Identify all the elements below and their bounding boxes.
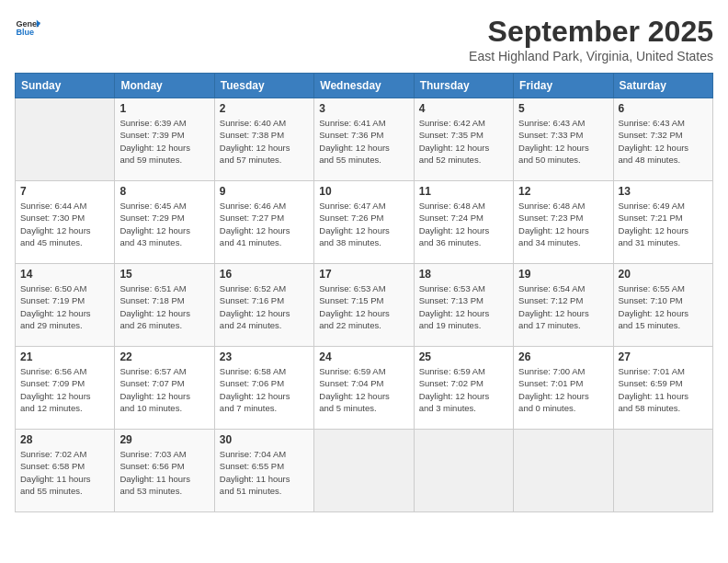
day-info: Sunrise: 6:48 AM Sunset: 7:24 PM Dayligh… bbox=[419, 200, 508, 248]
calendar-day-cell: 13Sunrise: 6:49 AM Sunset: 7:21 PM Dayli… bbox=[613, 181, 712, 264]
day-info: Sunrise: 6:55 AM Sunset: 7:10 PM Dayligh… bbox=[619, 282, 708, 331]
calendar-day-cell: 10Sunrise: 6:47 AM Sunset: 7:26 PM Dayli… bbox=[314, 181, 414, 264]
calendar-day-cell: 18Sunrise: 6:53 AM Sunset: 7:13 PM Dayli… bbox=[414, 264, 513, 347]
calendar-day-cell bbox=[613, 430, 712, 512]
logo-icon: General Blue bbox=[15, 15, 40, 40]
calendar-day-cell: 26Sunrise: 7:00 AM Sunset: 7:01 PM Dayli… bbox=[514, 347, 613, 430]
day-number: 14 bbox=[20, 268, 109, 281]
day-number: 16 bbox=[220, 268, 309, 281]
day-number: 25 bbox=[419, 350, 508, 363]
day-number: 18 bbox=[419, 268, 508, 281]
day-info: Sunrise: 7:01 AM Sunset: 6:59 PM Dayligh… bbox=[619, 365, 708, 414]
day-number: 4 bbox=[419, 102, 508, 115]
day-info: Sunrise: 6:59 AM Sunset: 7:02 PM Dayligh… bbox=[419, 365, 508, 414]
day-info: Sunrise: 6:44 AM Sunset: 7:30 PM Dayligh… bbox=[20, 200, 109, 248]
weekday-header: Saturday bbox=[613, 74, 712, 98]
calendar-day-cell: 30Sunrise: 7:04 AM Sunset: 6:55 PM Dayli… bbox=[214, 430, 313, 512]
calendar-day-cell: 24Sunrise: 6:59 AM Sunset: 7:04 PM Dayli… bbox=[314, 347, 414, 430]
calendar-day-cell: 29Sunrise: 7:03 AM Sunset: 6:56 PM Dayli… bbox=[115, 430, 214, 512]
calendar-day-cell: 5Sunrise: 6:43 AM Sunset: 7:33 PM Daylig… bbox=[514, 98, 613, 181]
calendar-week-row: 28Sunrise: 7:02 AM Sunset: 6:58 PM Dayli… bbox=[16, 430, 713, 512]
day-number: 30 bbox=[220, 433, 309, 446]
day-info: Sunrise: 6:49 AM Sunset: 7:21 PM Dayligh… bbox=[619, 200, 708, 248]
day-info: Sunrise: 6:59 AM Sunset: 7:04 PM Dayligh… bbox=[319, 365, 408, 414]
calendar-table: SundayMondayTuesdayWednesdayThursdayFrid… bbox=[15, 73, 713, 512]
day-number: 11 bbox=[419, 185, 508, 198]
svg-text:Blue: Blue bbox=[16, 28, 34, 37]
calendar-day-cell: 4Sunrise: 6:42 AM Sunset: 7:35 PM Daylig… bbox=[414, 98, 513, 181]
calendar-day-cell: 7Sunrise: 6:44 AM Sunset: 7:30 PM Daylig… bbox=[16, 181, 115, 264]
day-info: Sunrise: 6:50 AM Sunset: 7:19 PM Dayligh… bbox=[20, 282, 109, 331]
day-info: Sunrise: 7:00 AM Sunset: 7:01 PM Dayligh… bbox=[518, 365, 608, 414]
calendar-day-cell: 23Sunrise: 6:58 AM Sunset: 7:06 PM Dayli… bbox=[214, 347, 313, 430]
day-info: Sunrise: 6:43 AM Sunset: 7:33 PM Dayligh… bbox=[518, 117, 608, 166]
day-number: 6 bbox=[619, 102, 708, 115]
calendar-body: 1Sunrise: 6:39 AM Sunset: 7:39 PM Daylig… bbox=[16, 98, 713, 512]
day-number: 12 bbox=[518, 185, 608, 198]
day-number: 7 bbox=[20, 185, 109, 198]
calendar-day-cell: 14Sunrise: 6:50 AM Sunset: 7:19 PM Dayli… bbox=[16, 264, 115, 347]
weekday-header: Tuesday bbox=[214, 74, 313, 98]
calendar-day-cell: 2Sunrise: 6:40 AM Sunset: 7:38 PM Daylig… bbox=[214, 98, 313, 181]
day-info: Sunrise: 6:58 AM Sunset: 7:06 PM Dayligh… bbox=[220, 365, 309, 414]
calendar-title: September 2025 bbox=[469, 15, 713, 49]
day-number: 26 bbox=[518, 350, 608, 363]
calendar-day-cell: 20Sunrise: 6:55 AM Sunset: 7:10 PM Dayli… bbox=[613, 264, 712, 347]
day-number: 1 bbox=[119, 102, 209, 115]
calendar-day-cell bbox=[16, 98, 115, 181]
day-number: 5 bbox=[518, 102, 608, 115]
day-number: 29 bbox=[119, 433, 209, 446]
calendar-day-cell: 25Sunrise: 6:59 AM Sunset: 7:02 PM Dayli… bbox=[414, 347, 513, 430]
calendar-header: SundayMondayTuesdayWednesdayThursdayFrid… bbox=[16, 74, 713, 98]
day-number: 2 bbox=[220, 102, 309, 115]
day-info: Sunrise: 7:04 AM Sunset: 6:55 PM Dayligh… bbox=[220, 448, 309, 497]
day-number: 22 bbox=[119, 350, 209, 363]
day-info: Sunrise: 6:46 AM Sunset: 7:27 PM Dayligh… bbox=[220, 200, 309, 248]
day-number: 17 bbox=[319, 268, 408, 281]
day-info: Sunrise: 6:42 AM Sunset: 7:35 PM Dayligh… bbox=[419, 117, 508, 166]
calendar-week-row: 21Sunrise: 6:56 AM Sunset: 7:09 PM Dayli… bbox=[16, 347, 713, 430]
calendar-day-cell: 21Sunrise: 6:56 AM Sunset: 7:09 PM Dayli… bbox=[16, 347, 115, 430]
day-number: 23 bbox=[220, 350, 309, 363]
day-info: Sunrise: 7:03 AM Sunset: 6:56 PM Dayligh… bbox=[119, 448, 209, 497]
title-area: September 2025 East Highland Park, Virgi… bbox=[469, 15, 713, 63]
day-number: 24 bbox=[319, 350, 408, 363]
calendar-week-row: 14Sunrise: 6:50 AM Sunset: 7:19 PM Dayli… bbox=[16, 264, 713, 347]
logo: General Blue bbox=[15, 15, 40, 40]
calendar-day-cell bbox=[514, 430, 613, 512]
day-info: Sunrise: 6:54 AM Sunset: 7:12 PM Dayligh… bbox=[518, 282, 608, 331]
day-info: Sunrise: 6:52 AM Sunset: 7:16 PM Dayligh… bbox=[220, 282, 309, 331]
calendar-day-cell bbox=[414, 430, 513, 512]
day-info: Sunrise: 6:53 AM Sunset: 7:13 PM Dayligh… bbox=[419, 282, 508, 331]
day-number: 28 bbox=[20, 433, 109, 446]
day-number: 10 bbox=[319, 185, 408, 198]
calendar-day-cell bbox=[314, 430, 414, 512]
day-info: Sunrise: 6:51 AM Sunset: 7:18 PM Dayligh… bbox=[119, 282, 209, 331]
day-info: Sunrise: 6:41 AM Sunset: 7:36 PM Dayligh… bbox=[319, 117, 408, 166]
day-number: 20 bbox=[619, 268, 708, 281]
day-info: Sunrise: 6:39 AM Sunset: 7:39 PM Dayligh… bbox=[119, 117, 209, 166]
day-info: Sunrise: 6:40 AM Sunset: 7:38 PM Dayligh… bbox=[220, 117, 309, 166]
calendar-day-cell: 15Sunrise: 6:51 AM Sunset: 7:18 PM Dayli… bbox=[115, 264, 214, 347]
calendar-day-cell: 6Sunrise: 6:43 AM Sunset: 7:32 PM Daylig… bbox=[613, 98, 712, 181]
calendar-day-cell: 27Sunrise: 7:01 AM Sunset: 6:59 PM Dayli… bbox=[613, 347, 712, 430]
calendar-day-cell: 28Sunrise: 7:02 AM Sunset: 6:58 PM Dayli… bbox=[16, 430, 115, 512]
calendar-day-cell: 11Sunrise: 6:48 AM Sunset: 7:24 PM Dayli… bbox=[414, 181, 513, 264]
calendar-day-cell: 19Sunrise: 6:54 AM Sunset: 7:12 PM Dayli… bbox=[514, 264, 613, 347]
weekday-header: Friday bbox=[514, 74, 613, 98]
day-number: 9 bbox=[220, 185, 309, 198]
day-info: Sunrise: 6:57 AM Sunset: 7:07 PM Dayligh… bbox=[119, 365, 209, 414]
calendar-day-cell: 8Sunrise: 6:45 AM Sunset: 7:29 PM Daylig… bbox=[115, 181, 214, 264]
calendar-day-cell: 22Sunrise: 6:57 AM Sunset: 7:07 PM Dayli… bbox=[115, 347, 214, 430]
weekday-row: SundayMondayTuesdayWednesdayThursdayFrid… bbox=[16, 74, 713, 98]
calendar-subtitle: East Highland Park, Virginia, United Sta… bbox=[469, 49, 713, 63]
weekday-header: Monday bbox=[115, 74, 214, 98]
day-info: Sunrise: 6:43 AM Sunset: 7:32 PM Dayligh… bbox=[619, 117, 708, 166]
day-number: 13 bbox=[619, 185, 708, 198]
header: General Blue September 2025 East Highlan… bbox=[15, 15, 713, 63]
day-number: 8 bbox=[119, 185, 209, 198]
day-info: Sunrise: 6:56 AM Sunset: 7:09 PM Dayligh… bbox=[20, 365, 109, 414]
day-info: Sunrise: 6:45 AM Sunset: 7:29 PM Dayligh… bbox=[119, 200, 209, 248]
day-info: Sunrise: 6:48 AM Sunset: 7:23 PM Dayligh… bbox=[518, 200, 608, 248]
calendar-day-cell: 3Sunrise: 6:41 AM Sunset: 7:36 PM Daylig… bbox=[314, 98, 414, 181]
